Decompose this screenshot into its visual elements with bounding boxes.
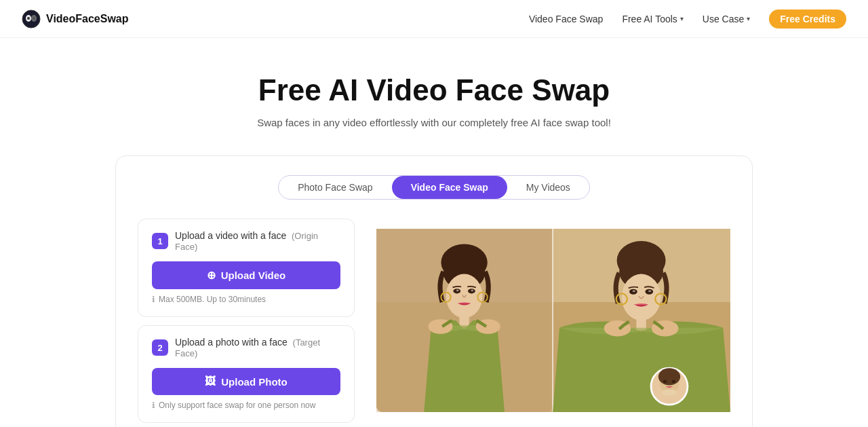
- svg-point-17: [456, 290, 459, 292]
- nav-video-face-swap[interactable]: Video Face Swap: [529, 14, 603, 24]
- info-icon: ℹ: [152, 295, 155, 304]
- tab-video-face-swap[interactable]: Video Face Swap: [392, 176, 507, 199]
- hero-subtitle: Swap faces in any video effortlessly wit…: [22, 117, 846, 128]
- upload-video-button[interactable]: ⊕ Upload Video: [152, 261, 340, 289]
- info-icon: ℹ: [152, 401, 155, 410]
- step-2-note: ℹ Only support face swap for one person …: [152, 401, 340, 410]
- step-1-card: 1 Upload a video with a face (Origin Fac…: [138, 219, 355, 317]
- logo-text: VideoFaceSwap: [46, 13, 129, 25]
- tab-my-videos[interactable]: My Videos: [507, 176, 589, 199]
- step-1-number: 1: [152, 233, 168, 249]
- logo[interactable]: VideoFaceSwap: [22, 10, 129, 29]
- step-2-card: 2 Upload a photo with a face (Target Fac…: [138, 325, 355, 423]
- free-credits-button[interactable]: Free Credits: [769, 10, 846, 29]
- svg-point-41: [672, 380, 675, 384]
- svg-point-18: [471, 290, 474, 292]
- steps-column: 1 Upload a video with a face (Origin Fac…: [138, 219, 355, 427]
- tabs-wrapper: Photo Face Swap Video Face Swap My Video…: [278, 175, 590, 200]
- tab-photo-face-swap[interactable]: Photo Face Swap: [279, 176, 392, 199]
- step-2-title: Upload a photo with a face (Target Face): [175, 337, 340, 358]
- svg-point-14: [446, 274, 483, 318]
- svg-point-30: [633, 290, 636, 292]
- step-2-header: 2 Upload a photo with a face (Target Fac…: [152, 337, 340, 358]
- upload-icon: ⊕: [207, 269, 216, 282]
- header: VideoFaceSwap Video Face Swap Free AI To…: [0, 0, 868, 38]
- svg-point-0: [22, 10, 40, 28]
- svg-point-39: [658, 368, 680, 385]
- nav-free-ai-tools[interactable]: Free AI Tools ▾: [622, 14, 683, 24]
- nav-use-case[interactable]: Use Case ▾: [703, 14, 750, 24]
- svg-point-31: [648, 290, 652, 292]
- logo-icon: [22, 10, 41, 29]
- step-1-header: 1 Upload a video with a face (Origin Fac…: [152, 230, 340, 252]
- svg-point-40: [663, 380, 667, 384]
- svg-rect-44: [662, 391, 677, 394]
- upload-photo-button[interactable]: 🖼 Upload Photo: [152, 368, 340, 395]
- step-1-title: Upload a video with a face (Origin Face): [175, 230, 340, 252]
- main-card: Photo Face Swap Video Face Swap My Video…: [115, 155, 753, 427]
- preview-image: [376, 219, 730, 422]
- tabs-container: Photo Face Swap Video Face Swap My Video…: [138, 175, 730, 200]
- image-icon: 🖼: [205, 375, 216, 388]
- chevron-down-icon: ▾: [747, 15, 750, 22]
- svg-point-3: [27, 17, 30, 20]
- svg-point-4: [33, 17, 35, 20]
- hero-title: Free AI Video Face Swap: [22, 73, 846, 107]
- content-area: 1 Upload a video with a face (Origin Fac…: [138, 219, 730, 427]
- step-2-number: 2: [152, 339, 168, 356]
- main-nav: Video Face Swap Free AI Tools ▾ Use Case…: [529, 10, 846, 29]
- hero-section: Free AI Video Face Swap Swap faces in an…: [0, 38, 868, 145]
- svg-rect-19: [459, 314, 469, 327]
- chevron-down-icon: ▾: [680, 15, 684, 22]
- step-1-note: ℹ Max 500MB. Up to 30minutes: [152, 295, 340, 304]
- preview-column: [376, 219, 730, 422]
